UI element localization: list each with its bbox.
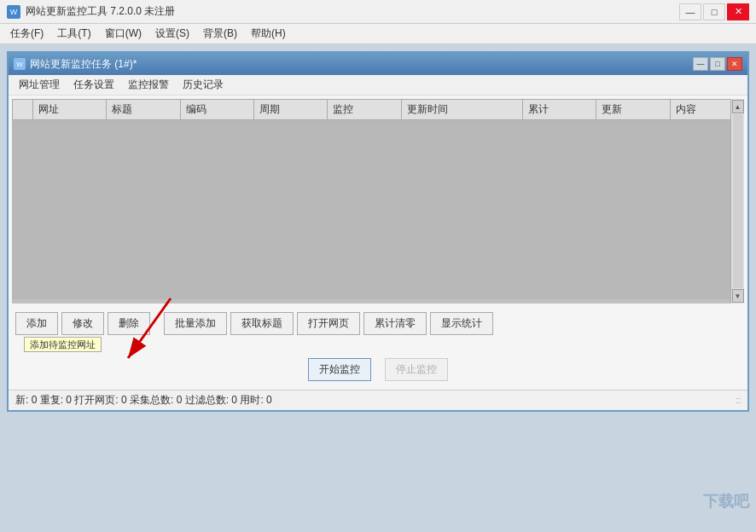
menu-item-tools[interactable]: 工具(T) <box>50 25 97 43</box>
scrollbar-up-button[interactable]: ▲ <box>732 100 744 113</box>
get-title-button[interactable]: 获取标题 <box>230 312 294 335</box>
status-resize-icon: :: <box>736 396 741 405</box>
menu-item-window[interactable]: 窗口(W) <box>98 25 148 43</box>
button-row-1: 添加 修改 删除 批量添加 获取标题 打开网页 累计清零 显示统计 <box>15 312 741 335</box>
submenu-monitor-alert[interactable]: 监控报警 <box>121 76 176 94</box>
col-header-update: 更新 <box>596 100 670 120</box>
start-monitor-button[interactable]: 开始监控 <box>308 358 371 381</box>
inner-title-controls: — □ ✕ <box>693 57 742 71</box>
inner-title-left: W 网站更新监控任务 (1#)* <box>14 57 137 72</box>
add-button[interactable]: 添加 <box>15 312 58 335</box>
title-bar: W 网站更新监控工具 7.2.0.0 未注册 — □ ✕ <box>0 0 756 24</box>
menu-item-background[interactable]: 背景(B) <box>196 25 244 43</box>
col-header-url: 网址 <box>33 100 107 120</box>
show-stats-button[interactable]: 显示统计 <box>430 312 493 335</box>
inner-window-title: 网站更新监控任务 (1#)* <box>30 57 137 72</box>
menu-item-help[interactable]: 帮助(H) <box>244 25 293 43</box>
maximize-button[interactable]: □ <box>703 3 725 20</box>
edit-button[interactable]: 修改 <box>61 312 104 335</box>
inner-title-bar: W 网站更新监控任务 (1#)* — □ ✕ <box>9 53 747 75</box>
stop-monitor-button: 停止监控 <box>385 358 448 381</box>
inner-minimize-button[interactable]: — <box>693 57 708 71</box>
main-area: W 网站更新监控任务 (1#)* — □ ✕ 网址管理 任务设置 监控报警 历史… <box>0 44 756 419</box>
close-button[interactable]: ✕ <box>727 3 749 20</box>
col-header-encoding: 编码 <box>180 100 253 120</box>
col-header-checkbox <box>13 100 33 120</box>
add-tooltip: 添加待监控网址 <box>24 337 102 352</box>
app-title: 网站更新监控工具 7.2.0.0 未注册 <box>26 4 175 19</box>
delete-button[interactable]: 删除 <box>108 312 150 335</box>
col-header-update-time: 更新时间 <box>401 100 522 120</box>
submenu-url-manage[interactable]: 网址管理 <box>12 76 67 94</box>
inner-app-icon: W <box>14 58 26 70</box>
title-bar-left: W 网站更新监控工具 7.2.0.0 未注册 <box>7 4 175 19</box>
col-header-period: 周期 <box>253 100 327 120</box>
table-body-area <box>12 120 744 299</box>
status-text: 新: 0 重复: 0 打开网页: 0 采集总数: 0 过滤总数: 0 用时: 0 <box>15 393 272 408</box>
table-container: 网址 标题 编码 周期 监控 更新时间 累计 更新 内容 ▲ <box>12 99 744 304</box>
menu-bar: 任务(F) 工具(T) 窗口(W) 设置(S) 背景(B) 帮助(H) <box>0 24 756 44</box>
sub-menu-bar: 网址管理 任务设置 监控报警 历史记录 <box>9 75 747 95</box>
watermark: 下载吧 <box>703 491 749 512</box>
submenu-history[interactable]: 历史记录 <box>176 76 230 94</box>
menu-item-settings[interactable]: 设置(S) <box>148 25 196 43</box>
submenu-task-settings[interactable]: 任务设置 <box>67 76 121 94</box>
col-header-title: 标题 <box>107 100 180 120</box>
menu-item-task[interactable]: 任务(F) <box>3 25 50 43</box>
open-web-button[interactable]: 打开网页 <box>297 312 360 335</box>
app-icon: W <box>7 5 20 19</box>
inner-maximize-button[interactable]: □ <box>710 57 725 71</box>
inner-close-button[interactable]: ✕ <box>727 57 742 71</box>
inner-status-bar: 新: 0 重复: 0 打开网页: 0 采集总数: 0 过滤总数: 0 用时: 0… <box>9 390 747 410</box>
col-header-total: 累计 <box>522 100 596 120</box>
scrollbar-down-button[interactable]: ▼ <box>732 289 744 303</box>
button-row-monitor: 开始监控 停止监控 <box>15 355 741 385</box>
inner-window: W 网站更新监控任务 (1#)* — □ ✕ 网址管理 任务设置 监控报警 历史… <box>7 51 749 412</box>
clear-count-button[interactable]: 累计清零 <box>363 312 427 335</box>
minimize-button[interactable]: — <box>679 3 701 20</box>
col-header-monitor: 监控 <box>328 100 401 120</box>
data-table: 网址 标题 编码 周期 监控 更新时间 累计 更新 内容 <box>12 99 744 120</box>
vertical-scrollbar: ▲ ▼ <box>730 99 744 304</box>
batch-add-button[interactable]: 批量添加 <box>164 312 227 335</box>
title-controls: — □ ✕ <box>679 3 749 20</box>
buttons-area: 添加 修改 删除 批量添加 获取标题 打开网页 累计清零 显示统计 添加待监控网… <box>9 307 747 390</box>
scrollbar-track[interactable] <box>733 114 743 288</box>
